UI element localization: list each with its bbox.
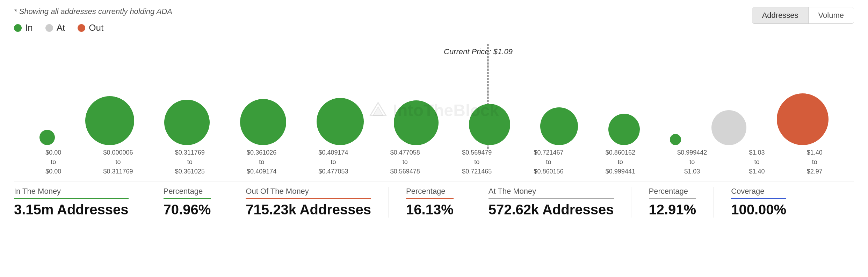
at-dot (45, 24, 53, 32)
in-dot (14, 24, 22, 32)
price-to-1: $0.311769 (103, 168, 133, 175)
price-from-0: $0.00 (45, 149, 61, 156)
stat-underline-0 (14, 198, 129, 199)
legend: In At Out (14, 22, 854, 33)
price-from-8: $0.860162 (606, 149, 635, 156)
bubble-col-3 (240, 65, 286, 145)
bubble-1 (85, 96, 134, 145)
at-label: At (57, 22, 65, 33)
stat-value-1: 70.96% (164, 202, 211, 218)
stat-group-4: At The Money572.62k Addresses (489, 187, 631, 218)
stat-underline-1 (164, 198, 211, 199)
price-to-10: $1.40 (749, 168, 765, 175)
price-range-3: $0.361026to$0.409174 (247, 148, 276, 176)
current-price-label: Current Price: $1.09 (444, 47, 513, 56)
legend-out: Out (78, 22, 103, 33)
chart-area: Current Price: $1.09 IntoTheBlock $0.00t… (14, 44, 854, 177)
view-toggle: Addresses Volume (752, 7, 854, 24)
price-to-11: $2.97 (807, 168, 823, 175)
price-range-1: $0.000006to$0.311769 (103, 148, 133, 176)
bubble-col-7 (540, 65, 578, 145)
stat-underline-5 (649, 198, 696, 199)
bubble-9 (670, 134, 681, 145)
bubble-col-0 (39, 65, 55, 145)
price-from-4: $0.409174 (318, 149, 348, 156)
price-to-0: $0.00 (45, 168, 61, 175)
price-from-3: $0.361026 (247, 149, 276, 156)
stat-label-6: Coverage (731, 187, 786, 196)
stat-group-6: Coverage100.00% (731, 187, 804, 218)
subtitle: * Showing all addresses currently holdin… (14, 7, 854, 16)
price-from-2: $0.311769 (175, 149, 205, 156)
stat-underline-2 (246, 198, 371, 199)
bubble-col-9 (670, 65, 681, 145)
out-label: Out (89, 22, 103, 33)
bubble-7 (540, 107, 578, 145)
bubble-0 (39, 130, 55, 145)
price-to-8: $0.999441 (606, 168, 635, 175)
price-from-6: $0.569479 (462, 149, 492, 156)
stat-group-5: Percentage12.91% (649, 187, 714, 218)
addresses-button[interactable]: Addresses (752, 7, 809, 23)
labels-row: $0.00to$0.00$0.000006to$0.311769$0.31176… (14, 145, 854, 177)
price-range-0: $0.00to$0.00 (45, 148, 61, 176)
stat-label-4: At The Money (489, 187, 614, 196)
stat-underline-6 (731, 198, 786, 199)
stat-value-6: 100.00% (731, 202, 786, 218)
price-range-5: $0.477058to$0.569478 (390, 148, 420, 176)
price-to-5: $0.569478 (390, 168, 420, 175)
bubble-11 (777, 93, 829, 145)
stat-value-4: 572.62k Addresses (489, 202, 614, 218)
stat-group-3: Percentage16.13% (406, 187, 471, 218)
price-range-9: $0.999442to$1.03 (677, 148, 707, 176)
stat-group-0: In The Money3.15m Addresses (14, 187, 146, 218)
bubble-2 (164, 100, 210, 145)
out-dot (78, 24, 85, 32)
price-from-9: $0.999442 (677, 149, 707, 156)
stat-value-3: 16.13% (406, 202, 454, 218)
stat-group-1: Percentage70.96% (164, 187, 229, 218)
bubble-8 (608, 114, 640, 145)
bubble-10 (711, 110, 746, 145)
price-range-8: $0.860162to$0.999441 (606, 148, 635, 176)
bubbles-row (14, 65, 854, 145)
stat-label-2: Out Of The Money (246, 187, 371, 196)
bubble-col-2 (164, 65, 210, 145)
price-from-1: $0.000006 (103, 149, 133, 156)
price-from-11: $1.40 (807, 149, 823, 156)
price-range-4: $0.409174to$0.477053 (318, 148, 348, 176)
bubble-col-6 (469, 65, 510, 145)
price-to-3: $0.409174 (247, 168, 276, 175)
price-range-2: $0.311769to$0.361025 (175, 148, 205, 176)
price-to-7: $0.860156 (534, 168, 563, 175)
price-range-11: $1.40to$2.97 (807, 148, 823, 176)
main-container: * Showing all addresses currently holdin… (0, 0, 868, 277)
price-to-2: $0.361025 (175, 168, 205, 175)
bubble-5 (394, 100, 439, 145)
price-from-7: $0.721467 (534, 149, 563, 156)
price-from-10: $1.03 (749, 149, 765, 156)
stat-underline-4 (489, 198, 614, 199)
bubble-col-1 (85, 65, 134, 145)
bubble-col-10 (711, 65, 746, 145)
price-range-6: $0.569479to$0.721465 (462, 148, 492, 176)
stat-label-0: In The Money (14, 187, 129, 196)
stat-underline-3 (406, 198, 454, 199)
legend-at: At (45, 22, 65, 33)
bubble-col-4 (317, 65, 364, 145)
price-to-9: $1.03 (684, 168, 700, 175)
bubble-col-11 (777, 65, 829, 145)
stat-value-2: 715.23k Addresses (246, 202, 371, 218)
in-label: In (25, 22, 33, 33)
stat-value-0: 3.15m Addresses (14, 202, 129, 218)
stat-label-1: Percentage (164, 187, 211, 196)
price-range-10: $1.03to$1.40 (749, 148, 765, 176)
bubble-col-5 (394, 65, 439, 145)
bubble-4 (317, 98, 364, 145)
bottom-stats: In The Money3.15m AddressesPercentage70.… (14, 182, 854, 218)
volume-button[interactable]: Volume (809, 7, 854, 23)
bubble-3 (240, 99, 286, 145)
stat-group-2: Out Of The Money715.23k Addresses (246, 187, 389, 218)
price-range-7: $0.721467to$0.860156 (534, 148, 563, 176)
bubble-6 (469, 104, 510, 145)
